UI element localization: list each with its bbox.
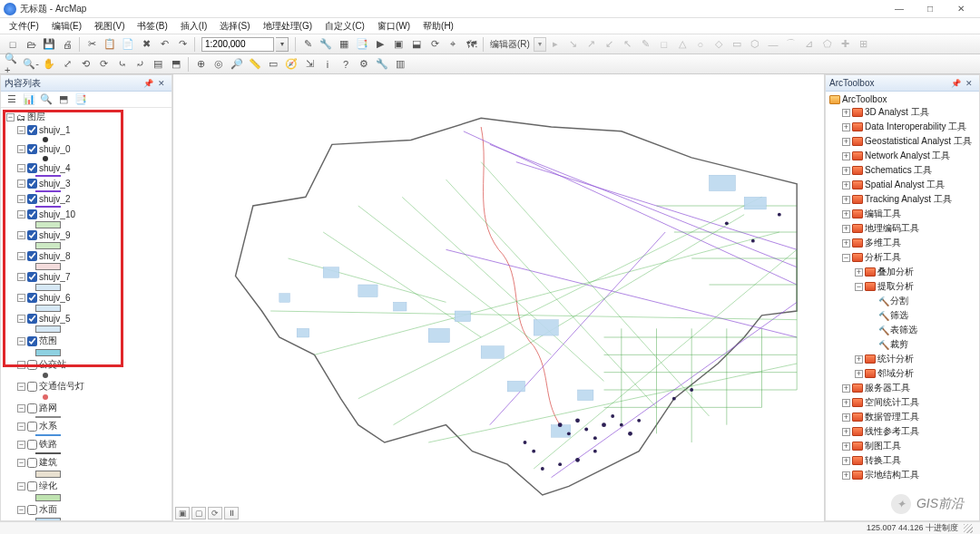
toolbox-label[interactable]: 提取分析 [877, 280, 914, 293]
editor-dropdown[interactable]: ▾ [534, 37, 546, 52]
arctoolbox-close-button[interactable]: ✕ [963, 77, 975, 90]
toolbox-label[interactable]: 表筛选 [890, 324, 917, 336]
toolbox-node[interactable]: +Tracking Analyst 工具 [826, 192, 979, 207]
refresh-button[interactable]: ⟳ [208, 507, 222, 519]
layer-checkbox[interactable] [27, 230, 37, 240]
toolbox-label[interactable]: 线性参考工具 [865, 425, 919, 438]
tool-btn-7[interactable]: ⤾ [131, 56, 149, 73]
toolbox-label[interactable]: 3D Analyst 工具 [865, 106, 929, 119]
menu-item-4[interactable]: 插入(I) [175, 19, 212, 34]
layer-symbol[interactable] [35, 518, 61, 520]
toolbox-node[interactable]: +Data Interoperability 工具 [826, 120, 979, 134]
layer-row-19[interactable]: −水面 [1, 502, 172, 517]
tool-btn-21[interactable]: 🔧 [373, 56, 391, 73]
toolbox-label[interactable]: Tracking Analyst 工具 [865, 193, 952, 206]
menu-item-9[interactable]: 帮助(H) [417, 19, 459, 34]
std-btn-1[interactable]: 🗁 [22, 36, 40, 53]
toolbox-label[interactable]: 筛选 [890, 309, 908, 322]
toolbox-label[interactable]: 分割 [890, 295, 908, 307]
layer-row-12[interactable]: −公交站 [1, 357, 172, 372]
toolbox-label[interactable]: Data Interoperability 工具 [865, 121, 966, 133]
layer-checkbox[interactable] [27, 422, 37, 432]
toolbox-label[interactable]: 多维工具 [865, 237, 901, 249]
std-btn-3[interactable]: 🖨 [58, 36, 76, 53]
std-btn2-3[interactable]: 📑 [353, 36, 371, 53]
editor-btn-2[interactable]: ↗ [583, 36, 601, 53]
layer-label[interactable]: 水系 [39, 420, 57, 432]
layer-symbol[interactable] [35, 284, 61, 291]
std-btn2-2[interactable]: ▦ [335, 36, 353, 53]
layer-row-5[interactable]: −shujv_10 [1, 209, 172, 220]
toolbox-node[interactable]: +制图工具 [826, 439, 979, 453]
toc-body[interactable]: −🗂图层−shujv_1−shujv_0−shujv_4−shujv_3−shu… [1, 108, 172, 520]
layer-symbol[interactable] [35, 190, 61, 192]
layer-row-1[interactable]: −shujv_0 [1, 143, 172, 155]
toolbox-root-label[interactable]: ArcToolbox [842, 94, 887, 104]
toolbox-label[interactable]: Geostatistical Analyst 工具 [865, 135, 972, 148]
toolbox-toggle[interactable]: + [842, 384, 850, 393]
std-btn2-8[interactable]: ⌖ [444, 36, 462, 53]
std-btn2-1[interactable]: 🔧 [317, 36, 335, 53]
toolbox-label[interactable]: 服务器工具 [865, 382, 910, 394]
layer-checkbox[interactable] [27, 272, 37, 282]
layer-symbol[interactable] [35, 305, 61, 312]
toolbox-toggle[interactable]: − [842, 254, 850, 262]
layer-checkbox[interactable] [27, 293, 37, 303]
layer-toggle[interactable]: − [17, 252, 25, 260]
toolbox-node[interactable]: +转换工具 [826, 453, 979, 468]
layer-symbol[interactable] [43, 394, 48, 400]
toc-tb-btn-1[interactable]: 📊 [21, 92, 37, 108]
layer-toggle[interactable]: − [17, 294, 25, 302]
toolbox-node[interactable]: −提取分析 [826, 279, 979, 294]
toolbox-toggle[interactable]: + [842, 225, 850, 233]
layer-symbol[interactable] [43, 137, 48, 142]
layer-toggle[interactable]: − [17, 361, 25, 369]
layer-label[interactable]: shujv_4 [39, 163, 70, 173]
layer-label[interactable]: shujv_8 [39, 251, 70, 261]
layer-toggle[interactable]: − [17, 315, 25, 323]
editor-btn-3[interactable]: ↙ [601, 36, 619, 53]
layer-symbol[interactable] [43, 373, 48, 378]
toolbox-node[interactable]: +Spatial Analyst 工具 [826, 178, 979, 192]
layer-toggle[interactable]: − [17, 126, 25, 134]
layer-toggle[interactable]: − [17, 404, 25, 413]
tool-btn-18[interactable]: i [318, 56, 337, 73]
layer-toggle[interactable]: − [17, 180, 25, 188]
toolbox-toggle[interactable]: + [842, 442, 850, 451]
scale-dropdown[interactable]: ▾ [276, 37, 289, 52]
layer-symbol[interactable] [35, 452, 61, 454]
tool-btn-3[interactable]: ⤢ [58, 56, 76, 73]
toc-pin-button[interactable]: 📌 [142, 77, 154, 90]
layer-checkbox[interactable] [27, 458, 37, 468]
toolbox-node[interactable]: +Network Analyst 工具 [826, 149, 979, 163]
layer-symbol[interactable] [35, 349, 61, 356]
scale-input[interactable] [201, 37, 274, 52]
toc-tb-btn-2[interactable]: 🔍 [38, 92, 54, 108]
layer-row-18[interactable]: −绿化 [1, 479, 172, 493]
toolbox-node[interactable]: +邻域分析 [826, 366, 979, 381]
tool-btn-9[interactable]: ⬒ [167, 56, 185, 73]
layer-row-17[interactable]: −建筑 [1, 455, 172, 470]
layer-symbol[interactable] [35, 325, 61, 333]
toolbox-toggle[interactable]: + [842, 239, 850, 248]
layer-toggle[interactable]: − [17, 337, 25, 345]
toolbox-label[interactable]: 统计分析 [877, 353, 914, 365]
tool-btn-12[interactable]: ◎ [210, 56, 228, 73]
std-btn2-5[interactable]: ▣ [389, 36, 407, 53]
toolbox-label[interactable]: 转换工具 [865, 454, 901, 467]
std-btn2-4[interactable]: ▶ [371, 36, 389, 53]
layer-checkbox[interactable] [27, 163, 37, 173]
toc-close-button[interactable]: ✕ [155, 77, 168, 90]
data-view-tab[interactable]: ▣ [175, 507, 190, 519]
toolbox-node[interactable]: 🔨分割 [826, 294, 979, 308]
map-canvas[interactable] [173, 74, 824, 521]
toolbox-node[interactable]: +地理编码工具 [826, 221, 979, 236]
tool-btn-11[interactable]: ⊕ [191, 56, 210, 73]
editor-btn-7[interactable]: △ [673, 36, 691, 53]
arctoolbox-pin-button[interactable]: 📌 [949, 77, 962, 90]
layer-checkbox[interactable] [27, 336, 37, 346]
toolbox-toggle[interactable]: + [842, 457, 850, 465]
tool-btn-15[interactable]: ▭ [264, 56, 282, 73]
toolbox-toggle[interactable]: + [842, 399, 850, 407]
menu-item-8[interactable]: 窗口(W) [372, 19, 416, 34]
